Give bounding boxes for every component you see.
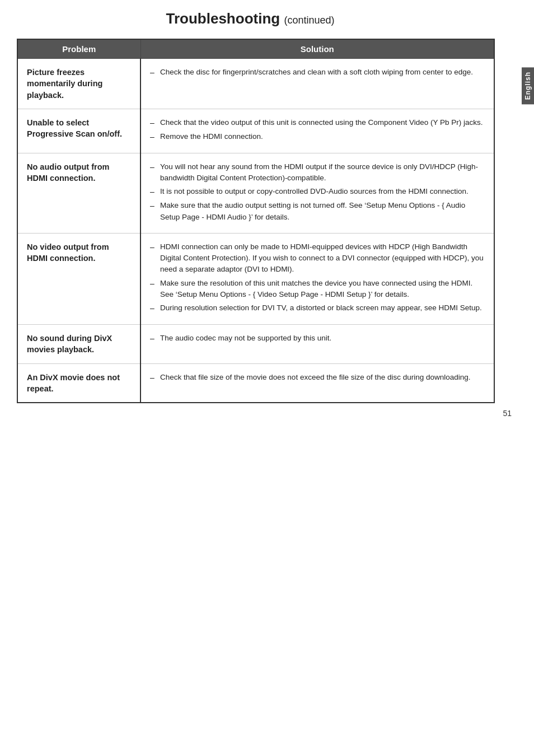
problem-cell-2: No audio output from HDMI connection.: [17, 153, 140, 233]
page-wrapper: English Troubleshooting (continued) Prob…: [0, 0, 534, 756]
table-row: An DivX movie does not repeat.– Check th…: [17, 363, 494, 403]
solution-cell-5: – Check that file size of the movie does…: [140, 363, 494, 403]
solution-text: Make sure that the audio output setting …: [160, 200, 485, 223]
solution-text: Check that file size of the movie does n…: [160, 372, 485, 383]
solution-item-2-0: – You will not hear any sound from the H…: [150, 161, 485, 184]
problem-cell-4: No sound during DivX movies playback.: [17, 325, 140, 364]
solution-dash: –: [150, 117, 160, 129]
solution-cell-2: – You will not hear any sound from the H…: [140, 153, 494, 233]
title-main: Troubleshooting: [166, 10, 280, 27]
page-number: 51: [0, 403, 534, 423]
problem-cell-5: An DivX movie does not repeat.: [17, 363, 140, 403]
solution-item-3-0: – HDMI connection can only be made to HD…: [150, 241, 485, 276]
solution-item-0-0: – Check the disc for fingerprint/scratch…: [150, 67, 485, 78]
solution-text: Remove the HDMI connection.: [160, 131, 485, 142]
problem-cell-0: Picture freezes momentarily during playb…: [17, 59, 140, 109]
table-header-row: Problem Solution: [17, 39, 494, 59]
solution-cell-3: – HDMI connection can only be made to HD…: [140, 233, 494, 324]
solution-cell-0: – Check the disc for fingerprint/scratch…: [140, 59, 494, 109]
col-solution-header: Solution: [140, 39, 494, 59]
solution-text: The audio codec may not be supported by …: [160, 333, 485, 344]
solution-dash: –: [150, 241, 160, 253]
page-title: Troubleshooting (continued): [17, 10, 495, 33]
table-row: No video output from HDMI connection.– H…: [17, 233, 494, 324]
language-tab: English: [522, 67, 534, 104]
language-tab-label: English: [524, 72, 532, 100]
solution-dash: –: [150, 333, 160, 344]
solution-item-3-1: – Make sure the resolution of this unit …: [150, 278, 485, 301]
solution-text: During resolution selection for DVI TV, …: [160, 302, 485, 314]
table-row: Unable to select Progressive Scan on/off…: [17, 109, 494, 153]
table-row: Picture freezes momentarily during playb…: [17, 59, 494, 109]
problem-cell-3: No video output from HDMI connection.: [17, 233, 140, 324]
solution-dash: –: [150, 131, 160, 143]
title-suffix: (continued): [284, 15, 334, 26]
solution-dash: –: [150, 278, 160, 290]
solution-item-1-0: – Check that the video output of this un…: [150, 117, 485, 129]
table-row: No audio output from HDMI connection.– Y…: [17, 153, 494, 233]
solution-item-2-1: – It is not possible to output or copy-c…: [150, 186, 485, 198]
solution-text: It is not possible to output or copy-con…: [160, 186, 485, 197]
col-problem-header: Problem: [17, 39, 140, 59]
solution-item-4-0: – The audio codec may not be supported b…: [150, 333, 485, 344]
table-row: No sound during DivX movies playback.– T…: [17, 325, 494, 364]
solution-text: Check that the video output of this unit…: [160, 117, 485, 128]
solution-dash: –: [150, 186, 160, 198]
solution-dash: –: [150, 200, 160, 212]
solution-cell-1: – Check that the video output of this un…: [140, 109, 494, 153]
page-number-value: 51: [503, 409, 512, 418]
problem-cell-1: Unable to select Progressive Scan on/off…: [17, 109, 140, 153]
troubleshooting-table: Problem Solution Picture freezes momenta…: [17, 39, 495, 403]
solution-item-2-2: – Make sure that the audio output settin…: [150, 200, 485, 223]
solution-cell-4: – The audio codec may not be supported b…: [140, 325, 494, 364]
solution-item-3-2: – During resolution selection for DVI TV…: [150, 302, 485, 314]
solution-dash: –: [150, 67, 160, 78]
solution-text: HDMI connection can only be made to HDMI…: [160, 241, 485, 276]
solution-text: You will not hear any sound from the HDM…: [160, 161, 485, 184]
solution-dash: –: [150, 302, 160, 314]
content-area: Troubleshooting (continued) Problem Solu…: [17, 0, 517, 403]
solution-item-5-0: – Check that file size of the movie does…: [150, 372, 485, 384]
solution-item-1-1: – Remove the HDMI connection.: [150, 131, 485, 143]
solution-text: Check the disc for fingerprint/scratches…: [160, 67, 485, 78]
solution-dash: –: [150, 372, 160, 384]
solution-text: Make sure the resolution of this unit ma…: [160, 278, 485, 301]
solution-dash: –: [150, 161, 160, 173]
